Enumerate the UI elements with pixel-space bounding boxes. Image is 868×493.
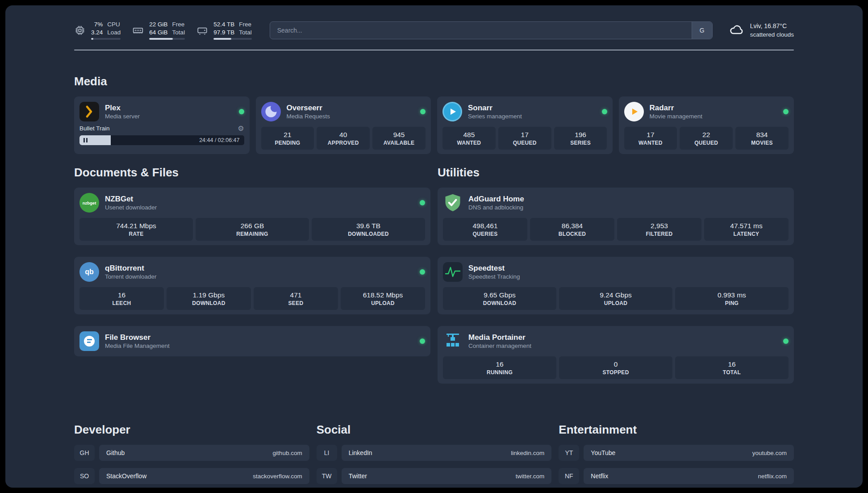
stat-label: QUERIES [445,230,526,238]
stat-tile: 0.993 ms PING [675,287,789,310]
stat-label: DOWNLOADED [313,230,423,238]
service-card-radarr[interactable]: Radarr Movie management 17 WANTED 22 QUE… [619,96,794,154]
now-playing-widget: Bullet Train ⚙ 24:44 / 02:06:47 [79,124,244,145]
disk-total-label: Total [239,29,252,36]
stat-value: 47.571 ms [706,221,787,230]
settings-gear-icon[interactable]: ⚙ [238,124,244,133]
service-subtitle: Container management [468,342,531,350]
stat-value: 1.19 Gbps [168,291,249,299]
bookmark-link[interactable]: Github github.com [99,445,309,461]
topbar-divider [74,50,794,50]
bookmark-link[interactable]: Netflix netflix.com [584,468,794,484]
status-dot [420,200,425,205]
stat-value: 21 [263,130,313,139]
service-card-adguard[interactable]: AdGuard Home DNS and adblocking 498,461 … [438,188,794,245]
service-card-portainer[interactable]: Media Portainer Container management 16 … [438,326,794,384]
service-title: Sonarr [468,103,522,113]
disk-free-label: Free [239,21,252,28]
service-title: NZBGet [105,194,157,204]
bookmark-link[interactable]: StackOverflow stackoverflow.com [99,468,309,484]
search-provider-button[interactable]: G [692,22,712,39]
service-title: File Browser [105,333,170,342]
status-dot [239,109,244,114]
stat-tile: 21 PENDING [261,127,314,150]
cpu-progress-bar [91,38,121,40]
stat-value: 945 [374,130,424,139]
memory-free-label: Free [172,21,185,28]
service-subtitle: Series management [468,113,522,121]
radarr-icon [624,102,644,121]
section-title-media: Media [74,75,794,88]
pause-icon[interactable] [83,138,88,142]
status-dot [420,269,425,275]
stat-tile: 16 LEECH [79,287,164,310]
service-title: Plex [105,103,140,113]
stat-label: BLOCKED [532,230,613,238]
search-bar: G [270,21,713,39]
section-title-documents: Documents & Files [74,166,430,180]
disk-stats: 52.4 TB Free 97.9 TB Total [213,21,252,40]
status-dot [420,109,426,114]
memory-stats: 22 GiB Free 64 GiB Total [149,21,185,40]
service-card-qbittorrent[interactable]: qb qBittorrent Torrent downloader 16 LEE… [74,257,430,314]
bookmark-group-entertainment: Entertainment YT YouTube youtube.com NF … [559,423,794,488]
stat-tile: 1.19 Gbps DOWNLOAD [167,287,251,310]
status-dot [783,109,789,114]
disk-total-value: 97.9 TB [213,29,234,36]
bookmark-abbr: YT [559,445,579,461]
memory-icon [132,25,144,36]
portainer-icon [443,331,463,351]
service-card-overseerr[interactable]: Overseerr Media Requests 21 PENDING 40 A… [256,96,431,154]
service-card-speedtest[interactable]: Speedtest Speedtest Tracking 9.65 Gbps D… [438,257,794,314]
stat-label: SEED [255,300,336,307]
documents-column: Documents & Files nzbget NZBGet Usenet d… [74,166,430,395]
stat-tile: 47.571 ms LATENCY [704,218,789,241]
memory-progress-bar [149,38,185,40]
service-card-nzbget[interactable]: nzbget NZBGet Usenet downloader 744.21 M… [74,188,430,245]
stat-label: FILTERED [619,230,700,238]
stat-label: DOWNLOAD [168,300,249,307]
stat-label: RUNNING [445,369,555,376]
stat-value: 9.24 Gbps [561,291,671,299]
bookmark-name: YouTube [591,449,615,456]
stat-tile: 9.65 Gbps DOWNLOAD [443,287,556,310]
service-title: Overseerr [287,103,330,113]
stat-label: MOVIES [737,139,787,146]
stat-value: 16 [677,360,787,368]
stat-value: 498,461 [445,221,526,230]
stat-label: WANTED [626,139,676,146]
bookmark-github: GH Github github.com [74,445,309,461]
section-title-developer: Developer [74,423,309,437]
bookmark-group-developer: Developer GH Github github.com SO StackO… [74,423,309,488]
playback-progress-bar[interactable]: 24:44 / 02:06:47 [79,135,244,145]
stat-tile: 16 RUNNING [443,356,556,379]
bookmark-link[interactable]: YouTube youtube.com [584,445,794,461]
bookmark-link[interactable]: LinkedIn linkedin.com [342,445,552,461]
stat-value: 40 [318,130,368,139]
stat-value: 744.21 Mbps [81,221,191,230]
service-card-filebrowser[interactable]: File Browser Media File Management [74,326,430,356]
stat-label: PING [677,300,787,307]
stat-value: 39.6 TB [313,221,423,230]
stat-label: QUEUED [500,139,550,146]
stat-value: 9.65 Gbps [445,291,555,299]
service-card-plex[interactable]: Plex Media server Bullet Train ⚙ 24:44 [74,96,250,154]
dashboard-app: 7% CPU 3.24 Load 22 [5,5,863,488]
bookmark-abbr: SO [74,468,95,484]
search-input[interactable] [270,22,692,39]
disk-free-value: 52.4 TB [213,21,234,28]
stat-value: 0.993 ms [677,291,787,299]
section-title-entertainment: Entertainment [559,423,794,437]
stat-value: 834 [737,130,787,139]
bookmark-link[interactable]: Twitter twitter.com [342,468,552,484]
service-title: Media Portainer [468,333,531,342]
stat-tile: 0 STOPPED [559,356,672,379]
stat-tile: 22 QUEUED [680,127,733,150]
stat-tile: 86,384 BLOCKED [530,218,614,241]
stat-tile: 266 GB REMAINING [196,218,309,241]
disk-widget: 52.4 TB Free 97.9 TB Total [196,21,252,40]
stat-value: 2,953 [619,221,700,230]
service-subtitle: DNS and adblocking [468,204,524,212]
stat-tile: 498,461 QUERIES [443,218,527,241]
service-card-sonarr[interactable]: Sonarr Series management 485 WANTED 17 Q… [437,96,613,154]
